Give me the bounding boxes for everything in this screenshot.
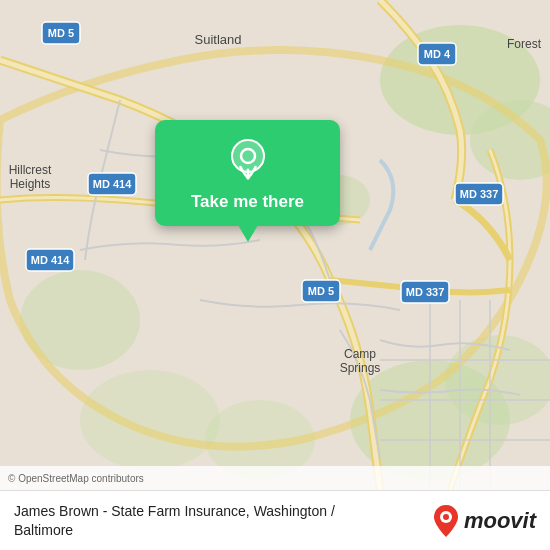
svg-text:MD 4: MD 4 [424,48,451,60]
svg-text:MD 414: MD 414 [93,178,132,190]
map-background: MD 5 MD 5 MD 4 MD 414 MD 414 MD 337 MD 3… [0,0,550,490]
svg-point-6 [80,370,220,470]
svg-text:Hillcrest: Hillcrest [9,163,52,177]
svg-text:MD 5: MD 5 [308,285,334,297]
footer: James Brown - State Farm Insurance, Wash… [0,490,550,550]
svg-point-31 [232,140,264,172]
svg-text:MD 337: MD 337 [460,188,499,200]
take-me-there-button[interactable]: Take me there [155,120,340,226]
svg-text:MD 5: MD 5 [48,27,74,39]
svg-text:Camp: Camp [344,347,376,361]
location-pin-icon [226,138,270,182]
moovit-pin-icon [432,503,460,539]
svg-point-34 [443,514,449,520]
moovit-wordmark: moovit [464,508,536,534]
svg-text:MD 337: MD 337 [406,286,445,298]
moovit-logo: moovit [432,503,536,539]
svg-text:Suitland: Suitland [195,32,242,47]
svg-text:Forest: Forest [507,37,542,51]
svg-text:© OpenStreetMap contributors: © OpenStreetMap contributors [8,473,144,484]
svg-text:MD 414: MD 414 [31,254,70,266]
take-me-there-label: Take me there [191,192,304,212]
business-name: James Brown - State Farm Insurance, Wash… [14,502,384,538]
svg-text:Heights: Heights [10,177,51,191]
map-container: MD 5 MD 5 MD 4 MD 414 MD 414 MD 337 MD 3… [0,0,550,490]
svg-text:Springs: Springs [340,361,381,375]
